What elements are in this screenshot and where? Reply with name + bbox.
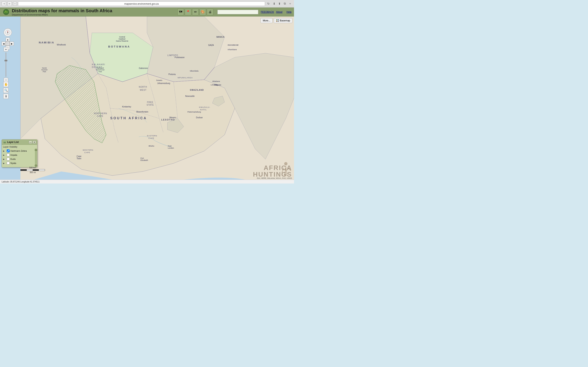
pan-right-button[interactable]: ▶ [10,42,14,46]
layer-item-nyala[interactable]: ▶ Nyala [3,161,34,165]
layer-name-hartmann-zebra: Hartmann Zebra [10,150,34,152]
zoom-slider-track[interactable] [6,52,6,77]
feedback-link[interactable]: FEEDBACK [261,11,274,13]
svg-point-1 [5,11,6,13]
hand-tool-button[interactable]: ✋ [3,82,9,87]
layer-panel-title-row: Layer List [3,141,19,144]
scale-km-label: 500 km [20,167,45,169]
share-icon[interactable]: ⬆ [277,1,282,6]
scroll-up-indicator[interactable] [35,149,37,151]
svg-rect-8 [276,21,277,22]
layer-visibility-label: Layer Visibility [2,145,37,149]
checkbox-impala[interactable] [7,154,9,156]
coords-text: Latitude:-35.871246 Longitude:41.374511 [2,181,40,183]
info-button[interactable]: ℹ [3,94,9,99]
pan-center-button[interactable]: · [6,42,10,46]
app-logo [2,8,10,16]
coords-bar: Latitude:-35.871246 Longitude:41.374511 [0,180,294,184]
layer-panel-btns: — ✕ [29,141,36,143]
expand-icon-impala[interactable]: ▶ [3,154,6,156]
scale-km-bar [20,169,45,171]
browser-toolbar: ◀ ▶ — mapservice.environment.gov.za ↻ ⬇ … [0,0,294,7]
svg-rect-12 [3,141,6,142]
layer-name-impala: Impala [10,154,34,156]
layer-item-kudu[interactable]: ▶ Kudu [3,157,34,161]
reload-button[interactable]: ↻ [266,1,271,6]
download-icon[interactable]: ⬇ [272,1,277,6]
more-button[interactable]: More... [260,18,273,23]
map-svg [0,17,294,184]
url-bar[interactable]: mapservice.environment.gov.za [18,1,265,6]
map-tool-icon[interactable]: 🗺 [177,9,184,15]
layer-name-nyala: Nyala [10,162,34,164]
svg-rect-10 [3,142,6,143]
svg-rect-11 [3,142,6,142]
app-subtitle: Department of Environmental Affairs [12,13,173,16]
checkbox-hartmann-zebra[interactable] [7,150,9,152]
esri-credit: Esri, HERE, DeLorme, NOAA, FAO, USGS [257,177,292,179]
browser-chrome: ◀ ▶ — mapservice.environment.gov.za ↻ ⬇ … [0,0,294,8]
back-button[interactable]: ◀ [2,1,6,6]
layer-panel-minimize-button[interactable]: — [29,141,32,143]
zoom-in-button[interactable]: + [4,47,8,52]
scale-bar: 500 km 300 mi [20,167,45,174]
map-top-right: More... Basemap [260,18,292,23]
pin-tool-icon[interactable]: 📍 [185,9,191,15]
app-title-block: Distribution maps for mammals in South A… [12,8,173,16]
zoom-out-button[interactable]: − [4,78,8,82]
app-title: Distribution maps for mammals in South A… [12,8,173,13]
basemap-button[interactable]: Basemap [274,18,292,23]
palette-tool-icon[interactable]: 🎨 [199,9,206,15]
zoom-slider-thumb[interactable] [4,60,7,61]
about-link[interactable]: About [276,11,282,13]
plus-icon[interactable]: ＋ [288,1,292,6]
layer-list: ▶ Hartmann Zebra ▶ Impala ▶ Kudu [2,149,35,167]
layer-panel: Layer List — ✕ Layer Visibility ▶ Hartma… [2,140,37,167]
header-links: FEEDBACK About Help [261,11,292,13]
svg-point-5 [7,32,8,33]
zoom-box-button[interactable]: 🔍 [3,88,9,93]
map-container[interactable]: NAMIBIA BOTSWANA SOUTH AFRICA LESOTHO SW… [0,17,294,184]
header-right: FEEDBACK About Help [217,10,292,14]
map-controls: ▲ ◀ · ▶ ▼ [2,28,14,50]
layer-panel-header: Layer List — ✕ [2,140,37,145]
checkbox-kudu[interactable] [7,158,9,160]
app-header: Distribution maps for mammals in South A… [0,8,294,17]
svg-rect-7 [278,19,279,20]
layer-name-kudu: Kudu [10,158,34,160]
pan-up-button[interactable]: ▲ [6,38,10,42]
browser-icons: ⬇ ⬆ ⧉ ＋ [272,1,292,6]
print-tool-icon[interactable]: 🖨 [207,9,213,15]
expand-icon-nyala[interactable]: ▶ [3,162,6,164]
pan-left-button[interactable]: ◀ [2,42,6,46]
forward-button[interactable]: ▶ [7,1,12,6]
scale-mi-label: 300 mi [20,171,45,174]
zoom-controls: + − [4,47,8,82]
svg-rect-6 [276,19,277,20]
minimize-button[interactable]: — [13,2,17,6]
layer-item-hartmann-zebra[interactable]: ▶ Hartmann Zebra [3,149,34,153]
window-icon[interactable]: ⧉ [283,1,287,6]
checkbox-nyala[interactable] [7,162,9,165]
layers-icon [3,141,6,144]
layer-item-impala[interactable]: ▶ Impala [3,153,34,157]
layer-scrollbar [35,149,37,167]
search-input[interactable] [217,10,258,14]
layer-list-container: ▶ Hartmann Zebra ▶ Impala ▶ Kudu [2,149,37,167]
compass[interactable] [4,28,12,36]
expand-icon-kudu[interactable]: ▶ [3,158,6,160]
map-tools: ✋ 🔍 ℹ [3,82,9,99]
svg-rect-9 [278,21,279,22]
help-link[interactable]: Help [286,11,292,13]
toolbar-icons: 🗺 📍 ✏ 🎨 🖨 [177,9,213,15]
layer-panel-close-button[interactable]: ✕ [33,141,36,143]
layer-panel-title: Layer List [7,141,19,143]
scroll-track[interactable] [35,152,36,164]
expand-icon-hartmann[interactable]: ▶ [3,150,6,152]
draw-tool-icon[interactable]: ✏ [192,9,199,15]
